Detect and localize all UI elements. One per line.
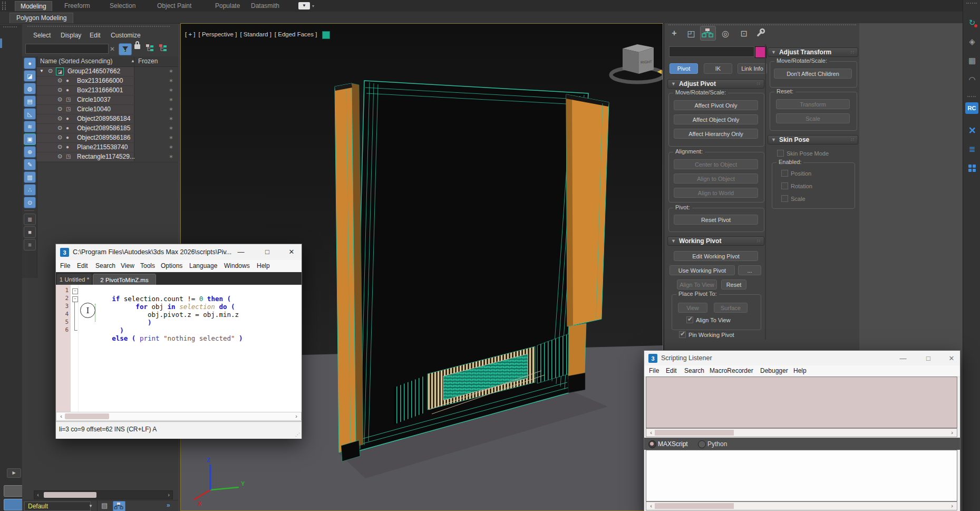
reset-transform-button[interactable]: Transform	[776, 99, 850, 109]
tab-pivot[interactable]: Pivot	[669, 63, 698, 74]
editor-titlebar[interactable]: 3 C:\Program Files\Autodesk\3ds Max 2026…	[56, 244, 302, 261]
visibility-eye-icon[interactable]: ⊙	[57, 153, 62, 160]
table-row[interactable]: ⊙ ● Box2131666000 ∗	[37, 76, 178, 86]
tab-link-info[interactable]: Link Info	[738, 63, 767, 74]
dont-affect-children-button[interactable]: Don't Affect Children	[774, 69, 852, 79]
viewport-menu-shading[interactable]: [ Edged Faces ]	[275, 31, 317, 39]
scroll-right-icon[interactable]: ›	[293, 412, 300, 420]
panel-tab-polygon-modeling[interactable]: Polygon Modeling	[9, 13, 73, 23]
table-row-group[interactable]: ▼ ⊙ ◪ Group2146507662 ∗	[37, 67, 178, 77]
spacewarps-filter-icon[interactable]: ≋	[24, 121, 36, 132]
affect-hierarchy-only-button[interactable]: Affect Hierarchy Only	[674, 129, 758, 139]
viewport-layout-tab-2-active[interactable]	[4, 499, 23, 510]
ribbon-tab-modeling[interactable]: Modeling	[15, 1, 52, 11]
visibility-eye-icon[interactable]: ⊙	[57, 77, 62, 84]
frozen-marker-icon[interactable]: ∗	[169, 87, 173, 93]
frozen-marker-icon[interactable]: ∗	[169, 97, 173, 102]
align-to-view-button[interactable]: Align To View	[677, 279, 717, 290]
explorer-drag-handle[interactable]	[27, 26, 170, 27]
menu-help[interactable]: Help	[257, 262, 270, 269]
reset-scale-button[interactable]: Scale	[776, 113, 850, 123]
align-to-world-button[interactable]: Align to World	[674, 188, 758, 198]
scroll-left-icon[interactable]: ‹	[34, 491, 42, 499]
render-controls-button[interactable]: RC	[965, 102, 978, 114]
frozen-marker-icon[interactable]: ∗	[169, 68, 173, 74]
node-name[interactable]: Group2146507662	[67, 68, 120, 75]
object-name-field[interactable]	[669, 46, 754, 57]
close-icon[interactable]: ✕	[946, 354, 957, 362]
table-row[interactable]: ⊙ ● Object2089586186 ∗	[37, 133, 178, 143]
ribbon-drag-handle[interactable]	[2, 2, 4, 10]
workspace-preset-dropdown[interactable]: Default	[24, 502, 91, 511]
lock-selection-icon[interactable]	[134, 44, 140, 49]
menu-options[interactable]: Options	[161, 262, 182, 269]
helpers-filter-icon[interactable]: ◺	[24, 108, 36, 120]
expand-tray-button[interactable]: ▶	[7, 468, 21, 478]
overflow-chevron[interactable]: »	[167, 502, 170, 509]
visibility-eye-icon[interactable]: ⊙	[57, 124, 62, 131]
menu-debugger[interactable]: Debugger	[760, 367, 788, 374]
minimize-icon[interactable]: —	[897, 354, 909, 362]
listener-titlebar[interactable]: 3 Scripting Listener — □ ✕	[644, 351, 960, 366]
scene-explorer-toggle-button[interactable]	[113, 501, 125, 511]
dropdown-arrow-icon[interactable]: ▼	[89, 504, 93, 508]
panel-drag-handle[interactable]	[668, 24, 856, 25]
maxscript-radio[interactable]	[648, 440, 656, 448]
geometry-filter-icon[interactable]: ●	[24, 57, 36, 69]
maximize-icon[interactable]: □	[261, 248, 273, 256]
node-name[interactable]: Circle10037	[77, 96, 111, 103]
position-checkbox[interactable]	[781, 170, 788, 177]
panel-collapse-arrow-icon[interactable]: ◀	[657, 68, 662, 75]
table-row[interactable]: ⊙ ● Object2089586185 ∗	[37, 124, 178, 134]
grid-panel-icon[interactable]	[966, 162, 978, 174]
table-row[interactable]: ⊙ ◳ Rectangle1174529... ∗	[37, 152, 178, 162]
menu-edit[interactable]: Edit	[77, 262, 88, 269]
listener-output-pane[interactable]	[646, 450, 957, 502]
place-pivot-surface-button[interactable]: Surface	[714, 303, 748, 313]
containers-filter-icon[interactable]: ▥	[24, 171, 36, 183]
node-name[interactable]: Object2089586186	[77, 134, 130, 141]
list-panel-icon[interactable]: ≣	[966, 143, 978, 155]
ribbon-tab-selection[interactable]: Selection	[104, 1, 141, 11]
align-to-view-checkbox[interactable]	[686, 316, 693, 323]
menu-macrorecorder[interactable]: MacroRecorder	[710, 367, 753, 374]
viewport-layout-tab-1[interactable]	[4, 485, 23, 497]
scroll-right-icon[interactable]: ›	[948, 429, 956, 437]
menu-file[interactable]: File	[60, 262, 70, 269]
explorer-menu-display[interactable]: Display	[61, 32, 81, 41]
rollout-adjust-pivot[interactable]: ▼ Adjust Pivot ∷	[667, 79, 764, 89]
node-name[interactable]: Box2131666001	[77, 86, 123, 94]
scroll-left-icon[interactable]: ‹	[647, 429, 655, 437]
editor-horizontal-scrollbar[interactable]: ‹ ›	[56, 412, 302, 421]
viewport-menu-pov[interactable]: [ Perspective ]	[199, 31, 237, 39]
bones-filter-icon[interactable]: ✎	[24, 159, 36, 170]
rollout-working-pivot[interactable]: ▼ Working Pivot ∷	[667, 236, 764, 246]
frozen-marker-icon[interactable]: ∗	[169, 106, 173, 112]
python-radio[interactable]	[698, 440, 706, 448]
resize-grip-icon[interactable]: ⋰	[295, 432, 300, 437]
visibility-eye-icon[interactable]: ⊙	[57, 143, 62, 150]
column-frozen-header[interactable]: Frozen	[138, 57, 158, 65]
ribbon-tab-freeform[interactable]: Freeform	[59, 1, 95, 11]
working-pivot-options-button[interactable]: ...	[738, 265, 761, 275]
utilities-tab-icon[interactable]	[755, 28, 765, 40]
table-row[interactable]: ⊙ ● Object2089586184 ∗	[37, 114, 178, 124]
menu-tools[interactable]: Tools	[140, 262, 155, 269]
viewport-menu-render-preset[interactable]: [ Standard ]	[240, 31, 271, 39]
node-name[interactable]: Object2089586184	[77, 115, 130, 122]
macro-recorder-pane[interactable]	[646, 377, 957, 428]
color-swatch-icon[interactable]: ■	[24, 226, 36, 238]
frozen-marker-icon[interactable]: ∗	[169, 78, 173, 83]
pin-working-pivot-checkbox[interactable]	[679, 331, 686, 338]
target-snap-icon[interactable]: ◈	[966, 36, 978, 47]
scale-checkbox[interactable]	[781, 195, 788, 202]
scroll-left-icon[interactable]: ‹	[57, 412, 65, 420]
groups-filter-icon[interactable]: ▣	[24, 133, 36, 145]
edit-working-pivot-button[interactable]: Edit Working Pivot	[674, 251, 758, 261]
visibility-eye-icon[interactable]: ⊙	[57, 86, 62, 93]
xrefs-filter-icon[interactable]: ⊕	[24, 146, 36, 158]
scroll-right-icon[interactable]: ›	[165, 491, 172, 499]
visibility-filter-icon[interactable]: ⊙	[24, 197, 36, 208]
expand-collapse-icon[interactable]: ▼	[40, 69, 44, 73]
layers-icon[interactable]: ▤	[101, 502, 108, 509]
